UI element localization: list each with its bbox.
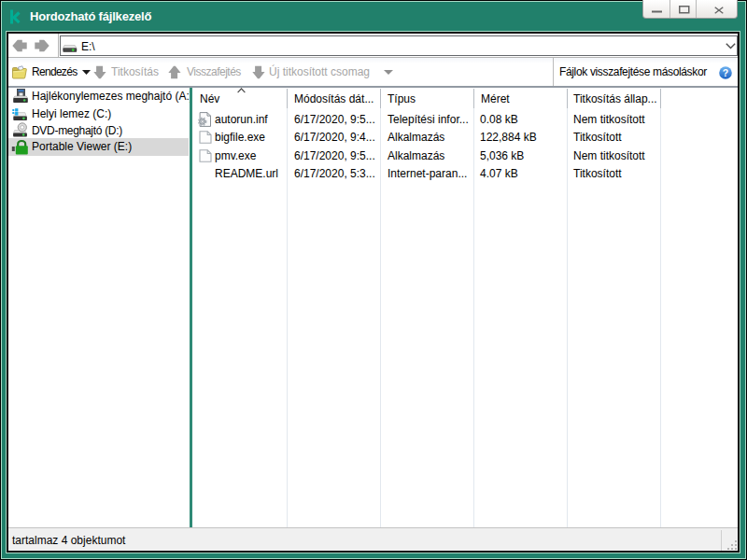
svg-text:?: ? — [723, 67, 728, 78]
